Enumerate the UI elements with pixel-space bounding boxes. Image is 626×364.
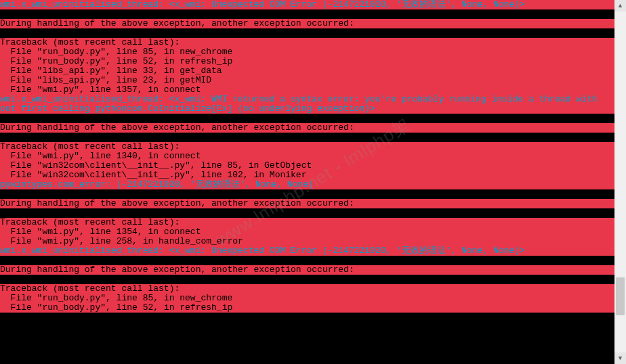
terminal-line: Traceback (most recent call last): — [0, 142, 614, 152]
terminal-line: File "libs_api.py", line 23, in getMID — [0, 76, 614, 85]
terminal-line: File "win32com\client\__init__.py", line… — [0, 161, 614, 170]
terminal-line: Traceback (most recent call last): — [0, 284, 614, 294]
scrollbar-thumb[interactable] — [616, 277, 625, 315]
terminal-line: During handling of the above exception, … — [0, 199, 614, 208]
terminal-line: File "wmi.py", line 258, in handle_com_e… — [0, 237, 614, 246]
terminal-line: Traceback (most recent call last): — [0, 38, 614, 47]
terminal-line: File "win32com\client\__init__.py", line… — [0, 170, 614, 180]
terminal-line: File "wmi.py", line 1340, in connect — [0, 152, 614, 161]
terminal-line: wmi.x_wmi_uninitialised_thread: <x_wmi: … — [0, 0, 614, 9]
terminal-line: During handling of the above exception, … — [0, 123, 614, 133]
terminal-line: out first calling pythoncom.CoInitialize… — [0, 104, 614, 114]
scrollbar-up-button[interactable]: ▲ — [614, 0, 626, 12]
terminal-line: During handling of the above exception, … — [0, 19, 614, 28]
terminal-line: wmi.x_wmi_uninitialised_thread: <x_wmi: … — [0, 95, 614, 104]
terminal-line — [0, 28, 614, 38]
terminal-line — [0, 256, 614, 265]
arrow-up-icon: ▲ — [619, 1, 622, 11]
terminal-line: Traceback (most recent call last): — [0, 218, 614, 227]
arrow-down-icon: ▼ — [619, 354, 622, 363]
terminal-line: wmi.x_wmi_uninitialised_thread: <x_wmi: … — [0, 246, 614, 256]
terminal-line: File "run_body.py", line 52, in refresh_… — [0, 57, 614, 66]
terminal-line: File "libs_api.py", line 33, in get_data — [0, 66, 614, 76]
terminal-line — [0, 114, 614, 123]
terminal-line — [0, 133, 614, 142]
terminal-line — [0, 9, 614, 19]
terminal-line: File "wmi.py", line 1357, in connect — [0, 85, 614, 95]
terminal-line: pywintypes.com_error: (-2147221020, '无效的… — [0, 180, 614, 189]
terminal-line — [0, 275, 614, 284]
terminal-line — [0, 208, 614, 218]
terminal-output: wmi.x_wmi_uninitialised_thread: <x_wmi: … — [0, 0, 614, 364]
terminal-line: File "run_body.py", line 52, in refresh_… — [0, 303, 614, 313]
terminal-line: During handling of the above exception, … — [0, 265, 614, 275]
terminal-line: File "run_body.py", line 85, in new_chro… — [0, 294, 614, 303]
scrollbar-track[interactable]: ▲ ▼ — [614, 0, 626, 364]
scrollbar-down-button[interactable]: ▼ — [614, 352, 626, 364]
terminal-line — [0, 189, 614, 199]
terminal-line: File "run_body.py", line 85, in new_chro… — [0, 47, 614, 57]
terminal-line: File "wmi.py", line 1354, in connect — [0, 227, 614, 237]
